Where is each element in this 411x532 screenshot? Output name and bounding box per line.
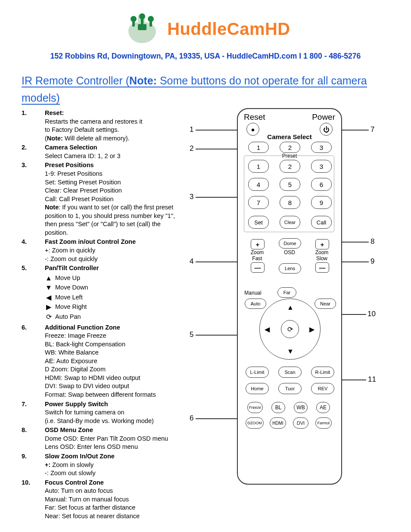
dzoom-button[interactable]: DZOOM [246, 417, 264, 429]
svg-rect-5 [149, 21, 152, 27]
camsel-1[interactable]: 1 [248, 142, 269, 153]
logo: HuddleCamHD [22, 12, 389, 47]
zoom-fast-plus[interactable]: + [251, 239, 265, 249]
preset-2[interactable]: 2 [280, 160, 300, 173]
list-item: 9. Slow Zoom In/Out Zone +: Zoom in slow… [22, 452, 185, 478]
preset-9[interactable]: 9 [311, 196, 332, 209]
list-item: 2. Camera Selection Select Camera ID: 1,… [22, 143, 185, 160]
callout: 3 [190, 193, 193, 201]
set-button[interactable]: Set [248, 216, 269, 229]
reset-label: Reset [244, 112, 265, 122]
address-line: 152 Robbins Rd, Downingtown, PA, 19335, … [22, 52, 389, 61]
zoom-slow-minus[interactable]: — [315, 262, 329, 273]
hdmi-button[interactable]: HDMI [270, 417, 286, 429]
arrow-down-icon[interactable]: ▼ [287, 348, 294, 355]
freeze-button[interactable]: Freeze [247, 402, 263, 413]
brand-name: HuddleCamHD [167, 19, 290, 39]
callout: 5 [190, 330, 193, 339]
svg-rect-4 [141, 18, 143, 25]
arrow-down-icon: ▼ [45, 284, 53, 292]
format-button[interactable]: Farmot [315, 417, 332, 429]
list-item: 8. OSD Menu Zone Dome OSD: Enter Pan Til… [22, 426, 185, 451]
preset-3[interactable]: 3 [311, 160, 332, 173]
callout: 4 [190, 257, 193, 266]
preset-7[interactable]: 7 [248, 196, 269, 209]
callout: 1 [190, 125, 193, 134]
bl-button[interactable]: BL [271, 402, 285, 413]
callout: 8 [371, 237, 374, 246]
list-item: 6. Additional Function Zone Freeze: Imag… [22, 324, 185, 399]
lens-button[interactable]: Lens [279, 263, 301, 274]
near-button[interactable]: Near [314, 299, 336, 309]
autopan-icon: ⟳ [45, 313, 53, 321]
zoom-fast-minus[interactable]: — [251, 262, 265, 273]
preset-1[interactable]: 1 [248, 160, 269, 173]
svg-rect-6 [138, 24, 146, 30]
rlimit-button[interactable]: R-Limit [311, 367, 334, 378]
arrow-left-icon[interactable]: ◀ [265, 325, 270, 333]
svg-rect-3 [132, 21, 135, 27]
zoom-slow-plus[interactable]: + [315, 239, 329, 249]
llimit-button[interactable]: L-Limit [246, 367, 269, 378]
scan-button[interactable]: Scan [278, 367, 302, 378]
list-item: 7. Power Supply Switch Switch for turnin… [22, 400, 185, 426]
dome-button[interactable]: Dome [279, 238, 301, 249]
callout: 9 [371, 257, 374, 266]
arrow-up-icon[interactable]: ▲ [287, 304, 294, 311]
wb-button[interactable]: WB [294, 402, 308, 413]
preset-5[interactable]: 5 [280, 178, 300, 191]
dvi-button[interactable]: DVI [293, 417, 308, 429]
preset-6[interactable]: 6 [311, 178, 332, 191]
list-item: 10. Focus Control Zone Auto: Turn on aut… [22, 479, 185, 521]
dpad-center[interactable]: ⟳ [281, 320, 299, 338]
callout: 7 [371, 125, 374, 134]
logo-icon [121, 12, 164, 46]
callout: 6 [190, 414, 193, 423]
rev-button[interactable]: REV [311, 383, 334, 394]
call-button[interactable]: Call [311, 216, 332, 229]
clear-button[interactable]: Clear [280, 216, 300, 229]
camsel-2[interactable]: 2 [280, 142, 300, 153]
list-item: 1. Reset: Restarts the camera and restor… [22, 109, 185, 143]
camera-select-label: Camera Select [238, 133, 341, 140]
list-item: 5. Pan/Tilt Controller ▲Move Up ▼Move Do… [22, 264, 185, 322]
arrow-up-icon: ▲ [45, 274, 53, 282]
tuor-button[interactable]: Tuor [278, 383, 302, 394]
far-button[interactable]: Far [277, 287, 296, 298]
preset-8[interactable]: 8 [280, 196, 300, 209]
ae-button[interactable]: AE [316, 402, 330, 413]
arrow-right-icon[interactable]: ▶ [309, 325, 314, 333]
remote-diagram: 1 2 3 4 5 6 7 8 9 10 11 Reset [190, 108, 389, 487]
description-list: 1. Reset: Restarts the camera and restor… [22, 108, 185, 520]
list-item: 3. Preset Positions 1-9: Preset Position… [22, 161, 185, 237]
arrow-right-icon: ▶ [45, 303, 53, 311]
callout: 11 [368, 375, 376, 384]
camsel-3[interactable]: 3 [311, 142, 332, 153]
list-item: 4. Fast Zoom in/out Control Zone +: Zoom… [22, 238, 185, 263]
arrow-left-icon: ◀ [45, 294, 53, 302]
home-button[interactable]: Home [246, 383, 269, 394]
section-title: IR Remote Controller (Note: Some buttons… [22, 72, 389, 106]
callout: 10 [367, 310, 376, 318]
auto-button[interactable]: Auto [245, 299, 266, 309]
power-label: Power [312, 112, 335, 122]
callout: 2 [190, 144, 193, 153]
preset-4[interactable]: 4 [248, 178, 269, 191]
